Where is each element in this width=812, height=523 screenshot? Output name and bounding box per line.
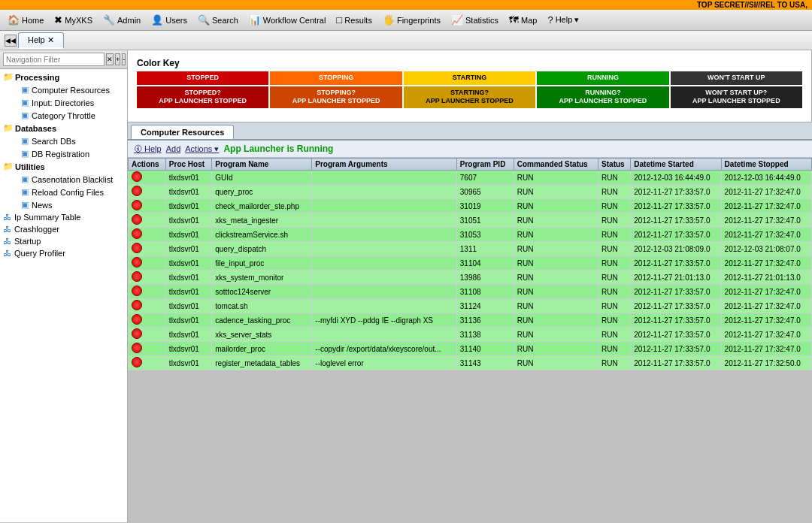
menu-fingerprints[interactable]: 🖐 Fingerprints [378, 13, 445, 27]
help-panel: Color Key STOPPED STOPPING STARTING RUNN… [128, 50, 812, 122]
cell-pid: 31019 [456, 199, 514, 213]
stop-btn[interactable] [132, 357, 142, 367]
stop-btn[interactable] [132, 257, 142, 268]
workflow-icon: 📊 [249, 14, 261, 26]
map-icon: 🗺 [509, 14, 519, 26]
menu-statistics[interactable]: 📈 Statistics [447, 13, 503, 27]
sidebar-item-news[interactable]: ▣ News [0, 198, 127, 211]
resources-add-btn[interactable]: Add [166, 144, 181, 153]
table-row: tlxdsvr01 sotttoc124server 31108 RUN RUN… [129, 285, 812, 299]
cell-program-args [312, 328, 456, 342]
menu-map[interactable]: 🗺 Map [504, 13, 541, 27]
sidebar-item-reload-config[interactable]: ▣ Reload Config Files [0, 186, 127, 198]
sidebar-item-db-registration[interactable]: ▣ DB Registration [0, 147, 127, 160]
menu-admin[interactable]: 🔧 Admin [98, 13, 145, 27]
clear-filter-btn[interactable]: ✕ [106, 53, 114, 65]
sidebar-item-input-directories[interactable]: ▣ Input: Directories [0, 96, 127, 109]
cell-stopped: 2012-11-27 21:01:13.0 [721, 271, 811, 285]
cell-proc-host: tlxdsvr01 [165, 328, 211, 342]
cell-proc-host: tlxdsvr01 [165, 271, 211, 285]
resources-help-btn[interactable]: 🛈 Help [134, 144, 162, 153]
cell-stopped: 2012-11-27 17:32:47.0 [721, 299, 811, 313]
cell-status: RUN [598, 256, 631, 271]
nav-group-databases-label: Databases [15, 124, 56, 133]
color-key-title: Color Key [137, 58, 802, 68]
statistics-icon: 📈 [451, 14, 463, 26]
cell-started: 2012-11-27 21:01:13.0 [631, 271, 721, 285]
sidebar-item-query-profiler[interactable]: 🖧 Query Profiler [0, 247, 127, 259]
cell-actions [129, 213, 166, 228]
table-row: tlxdsvr01 GUId 7607 RUN RUN 2012-12-03 1… [129, 171, 812, 185]
page-icon: ▣ [21, 98, 29, 107]
menu-search[interactable]: 🔍 Search [193, 13, 243, 27]
resources-tab-computer-resources[interactable]: Computer Resources [131, 125, 234, 139]
nav-filter-input[interactable] [3, 53, 105, 66]
stop-btn[interactable] [132, 300, 142, 310]
stop-btn[interactable] [132, 243, 142, 253]
menu-help[interactable]: ? Help ▾ [543, 13, 583, 27]
tab-help[interactable]: Help ✕ [18, 32, 64, 49]
query-profiler-icon: 🖧 [3, 249, 11, 258]
collapse-all-btn[interactable]: - [122, 53, 126, 65]
sidebar-item-category-throttle[interactable]: ▣ Category Throttle [0, 109, 127, 122]
sidebar-item-ip-summary[interactable]: 🖧 Ip Summary Table [0, 211, 127, 223]
menu-admin-label: Admin [117, 16, 141, 25]
cell-started: 2012-11-27 17:33:57.0 [631, 356, 721, 370]
table-row: tlxdsvr01 clickstreamService.sh 31053 RU… [129, 228, 812, 242]
stop-btn[interactable] [132, 271, 142, 282]
cell-started: 2012-11-27 17:33:57.0 [631, 185, 721, 199]
menu-myxks[interactable]: ✖ MyXKS [50, 13, 97, 27]
sidebar-item-crashlogger[interactable]: 🖧 Crashlogger [0, 223, 127, 235]
sidebar-item-casenotation[interactable]: ▣ Casenotation Blacklist [0, 173, 127, 186]
nav-group-processing-header[interactable]: 📁 Processing [0, 71, 127, 83]
cell-actions [129, 271, 166, 285]
stop-btn[interactable] [132, 171, 142, 182]
stop-btn[interactable] [132, 228, 142, 239]
cell-actions [129, 185, 166, 199]
nav-group-utilities-header[interactable]: 📁 Utilities [0, 160, 127, 173]
stop-btn[interactable] [132, 343, 142, 353]
cell-started: 2012-11-27 17:33:57.0 [631, 285, 721, 299]
nav-group-databases: 📁 Databases ▣ Search DBs ▣ DB Registrati… [0, 122, 127, 160]
cell-proc-host: tlxdsvr01 [165, 313, 211, 328]
top-secret-banner: TOP SECRET//SI//REL TO USA, [0, 0, 812, 10]
sidebar-label-news: News [32, 201, 53, 210]
collapse-sidebar-btn[interactable]: ◀◀ [5, 35, 17, 47]
page-icon-db: ▣ [21, 136, 29, 146]
cell-program-name: cadence_tasking_proc [212, 313, 312, 328]
stop-btn[interactable] [132, 286, 142, 296]
ck-starting: STARTING [404, 71, 535, 85]
cell-stopped: 2012-11-27 17:32:47.0 [721, 213, 811, 228]
stop-btn[interactable] [132, 314, 142, 325]
cell-actions [129, 342, 166, 356]
menu-results[interactable]: □ Results [332, 13, 377, 27]
help-menu-icon: ? [547, 14, 553, 26]
menu-users[interactable]: 👤 Users [147, 13, 192, 27]
stop-btn[interactable] [132, 186, 142, 196]
resources-actions-btn[interactable]: Actions ▾ [185, 144, 219, 154]
ck-wontstart-q: WON'T START UP?APP LAUNCHER STOPPED [671, 86, 802, 108]
cell-program-name: mailorder_proc [212, 342, 312, 356]
cell-stopped: 2012-11-27 17:32:47.0 [721, 199, 811, 213]
stop-btn[interactable] [132, 328, 142, 339]
menu-home[interactable]: 🏠 Home [3, 13, 48, 27]
stop-btn[interactable] [132, 200, 142, 210]
expand-all-btn[interactable]: + [115, 53, 120, 65]
content-area: Color Key STOPPED STOPPING STARTING RUNN… [128, 50, 812, 522]
sidebar-item-startup[interactable]: 🖧 Startup [0, 235, 127, 247]
cell-status: RUN [598, 313, 631, 328]
cell-stopped: 2012-11-27 17:32:47.0 [721, 285, 811, 299]
menu-workflow[interactable]: 📊 Workflow Central [244, 13, 331, 27]
admin-icon: 🔧 [103, 14, 115, 26]
nav-group-databases-header[interactable]: 📁 Databases [0, 122, 127, 135]
banner-text: TOP SECRET//SI//REL TO USA, [697, 1, 807, 9]
sidebar-item-search-dbs[interactable]: ▣ Search DBs [0, 135, 127, 147]
col-commanded: Commanded Status [514, 159, 598, 171]
page-icon-util: ▣ [21, 174, 29, 184]
sidebar-item-computer-resources[interactable]: ▣ Computer Resources [0, 83, 127, 96]
cell-status: RUN [598, 342, 631, 356]
cell-commanded: RUN [514, 185, 598, 199]
cell-commanded: RUN [514, 342, 598, 356]
table-row: tlxdsvr01 xks_system_monitor 13986 RUN R… [129, 271, 812, 285]
stop-btn[interactable] [132, 214, 142, 225]
